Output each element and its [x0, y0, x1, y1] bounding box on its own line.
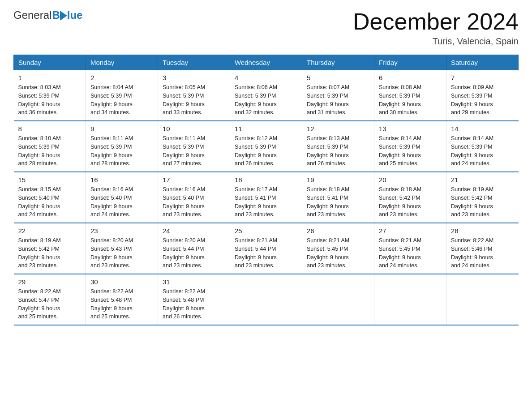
day-number: 10: [163, 125, 225, 133]
day-info: Sunrise: 8:22 AM Sunset: 5:48 PM Dayligh…: [90, 287, 153, 321]
day-number: 15: [18, 176, 82, 184]
day-number: 27: [379, 227, 442, 235]
table-row: 31 Sunrise: 8:22 AM Sunset: 5:48 PM Dayl…: [158, 274, 230, 325]
day-info: Sunrise: 8:19 AM Sunset: 5:42 PM Dayligh…: [451, 185, 514, 219]
logo-arrow-icon: [60, 11, 67, 21]
day-info: Sunrise: 8:06 AM Sunset: 5:39 PM Dayligh…: [235, 83, 297, 117]
table-row: 3 Sunrise: 8:05 AM Sunset: 5:39 PM Dayli…: [158, 70, 230, 121]
table-row: 7 Sunrise: 8:09 AM Sunset: 5:39 PM Dayli…: [446, 70, 519, 121]
table-row: 12 Sunrise: 8:13 AM Sunset: 5:39 PM Dayl…: [302, 121, 374, 172]
day-info: Sunrise: 8:11 AM Sunset: 5:39 PM Dayligh…: [163, 134, 225, 168]
table-row: 17 Sunrise: 8:16 AM Sunset: 5:40 PM Dayl…: [158, 172, 230, 223]
day-info: Sunrise: 8:18 AM Sunset: 5:42 PM Dayligh…: [379, 185, 442, 219]
day-info: Sunrise: 8:20 AM Sunset: 5:44 PM Dayligh…: [163, 236, 225, 270]
table-row: 22 Sunrise: 8:19 AM Sunset: 5:42 PM Dayl…: [14, 223, 86, 274]
col-thursday: Thursday: [302, 55, 374, 70]
day-number: 1: [18, 74, 82, 81]
day-number: 25: [235, 227, 297, 235]
day-number: 26: [307, 227, 369, 235]
table-row: 25 Sunrise: 8:21 AM Sunset: 5:44 PM Dayl…: [230, 223, 302, 274]
calendar-table: Sunday Monday Tuesday Wednesday Thursday…: [13, 55, 519, 325]
table-row: [302, 274, 374, 325]
day-info: Sunrise: 8:03 AM Sunset: 5:39 PM Dayligh…: [18, 83, 82, 117]
day-info: Sunrise: 8:21 AM Sunset: 5:45 PM Dayligh…: [307, 236, 369, 270]
table-row: 1 Sunrise: 8:03 AM Sunset: 5:39 PM Dayli…: [14, 70, 86, 121]
day-info: Sunrise: 8:11 AM Sunset: 5:39 PM Dayligh…: [90, 134, 153, 168]
table-row: [230, 274, 302, 325]
table-row: 9 Sunrise: 8:11 AM Sunset: 5:39 PM Dayli…: [86, 121, 158, 172]
col-tuesday: Tuesday: [158, 55, 230, 70]
table-row: 30 Sunrise: 8:22 AM Sunset: 5:48 PM Dayl…: [86, 274, 158, 325]
day-info: Sunrise: 8:12 AM Sunset: 5:39 PM Dayligh…: [235, 134, 297, 168]
day-info: Sunrise: 8:15 AM Sunset: 5:40 PM Dayligh…: [18, 185, 82, 219]
day-info: Sunrise: 8:04 AM Sunset: 5:39 PM Dayligh…: [90, 83, 153, 117]
calendar-week-row: 15 Sunrise: 8:15 AM Sunset: 5:40 PM Dayl…: [14, 172, 519, 223]
day-number: 18: [235, 176, 297, 184]
table-row: 28 Sunrise: 8:22 AM Sunset: 5:46 PM Dayl…: [446, 223, 519, 274]
day-info: Sunrise: 8:14 AM Sunset: 5:39 PM Dayligh…: [451, 134, 514, 168]
table-row: 29 Sunrise: 8:22 AM Sunset: 5:47 PM Dayl…: [14, 274, 86, 325]
day-info: Sunrise: 8:10 AM Sunset: 5:39 PM Dayligh…: [18, 134, 82, 168]
day-number: 31: [163, 278, 225, 286]
table-row: 13 Sunrise: 8:14 AM Sunset: 5:39 PM Dayl…: [374, 121, 446, 172]
col-monday: Monday: [86, 55, 158, 70]
title-block: December 2024 Turis, Valencia, Spain: [353, 9, 519, 47]
day-number: 8: [18, 125, 82, 133]
day-number: 19: [307, 176, 369, 184]
day-info: Sunrise: 8:14 AM Sunset: 5:39 PM Dayligh…: [379, 134, 442, 168]
day-number: 23: [90, 227, 153, 235]
table-row: 10 Sunrise: 8:11 AM Sunset: 5:39 PM Dayl…: [158, 121, 230, 172]
table-row: 19 Sunrise: 8:18 AM Sunset: 5:41 PM Dayl…: [302, 172, 374, 223]
table-row: 24 Sunrise: 8:20 AM Sunset: 5:44 PM Dayl…: [158, 223, 230, 274]
calendar-week-row: 22 Sunrise: 8:19 AM Sunset: 5:42 PM Dayl…: [14, 223, 519, 274]
calendar-header-row: Sunday Monday Tuesday Wednesday Thursday…: [14, 55, 519, 70]
table-row: 18 Sunrise: 8:17 AM Sunset: 5:41 PM Dayl…: [230, 172, 302, 223]
col-friday: Friday: [374, 55, 446, 70]
day-number: 5: [307, 74, 369, 81]
day-number: 29: [18, 278, 82, 286]
table-row: 21 Sunrise: 8:19 AM Sunset: 5:42 PM Dayl…: [446, 172, 519, 223]
day-number: 22: [18, 227, 82, 235]
day-info: Sunrise: 8:22 AM Sunset: 5:48 PM Dayligh…: [163, 287, 225, 321]
logo-blue-text: B: [52, 9, 60, 21]
table-row: [374, 274, 446, 325]
day-info: Sunrise: 8:16 AM Sunset: 5:40 PM Dayligh…: [163, 185, 225, 219]
table-row: 11 Sunrise: 8:12 AM Sunset: 5:39 PM Dayl…: [230, 121, 302, 172]
day-number: 12: [307, 125, 369, 133]
calendar-week-row: 29 Sunrise: 8:22 AM Sunset: 5:47 PM Dayl…: [14, 274, 519, 325]
table-row: 20 Sunrise: 8:18 AM Sunset: 5:42 PM Dayl…: [374, 172, 446, 223]
day-number: 3: [163, 74, 225, 81]
table-row: 27 Sunrise: 8:21 AM Sunset: 5:45 PM Dayl…: [374, 223, 446, 274]
table-row: 6 Sunrise: 8:08 AM Sunset: 5:39 PM Dayli…: [374, 70, 446, 121]
day-number: 4: [235, 74, 297, 81]
day-number: 13: [379, 125, 442, 133]
table-row: [446, 274, 519, 325]
day-number: 20: [379, 176, 442, 184]
logo-lue-text: lue: [67, 9, 83, 21]
page-subtitle: Turis, Valencia, Spain: [353, 36, 519, 47]
day-info: Sunrise: 8:19 AM Sunset: 5:42 PM Dayligh…: [18, 236, 82, 270]
day-number: 16: [90, 176, 153, 184]
day-number: 6: [379, 74, 442, 81]
day-number: 17: [163, 176, 225, 184]
day-info: Sunrise: 8:21 AM Sunset: 5:44 PM Dayligh…: [235, 236, 297, 270]
day-info: Sunrise: 8:18 AM Sunset: 5:41 PM Dayligh…: [307, 185, 369, 219]
day-number: 21: [451, 176, 514, 184]
day-info: Sunrise: 8:16 AM Sunset: 5:40 PM Dayligh…: [90, 185, 153, 219]
table-row: 4 Sunrise: 8:06 AM Sunset: 5:39 PM Dayli…: [230, 70, 302, 121]
day-number: 14: [451, 125, 514, 133]
day-info: Sunrise: 8:21 AM Sunset: 5:45 PM Dayligh…: [379, 236, 442, 270]
calendar-week-row: 1 Sunrise: 8:03 AM Sunset: 5:39 PM Dayli…: [14, 70, 519, 121]
table-row: 5 Sunrise: 8:07 AM Sunset: 5:39 PM Dayli…: [302, 70, 374, 121]
day-number: 28: [451, 227, 514, 235]
day-info: Sunrise: 8:17 AM Sunset: 5:41 PM Dayligh…: [235, 185, 297, 219]
day-info: Sunrise: 8:05 AM Sunset: 5:39 PM Dayligh…: [163, 83, 225, 117]
day-number: 30: [90, 278, 153, 286]
table-row: 14 Sunrise: 8:14 AM Sunset: 5:39 PM Dayl…: [446, 121, 519, 172]
day-info: Sunrise: 8:09 AM Sunset: 5:39 PM Dayligh…: [451, 83, 514, 117]
col-sunday: Sunday: [14, 55, 86, 70]
page-title: December 2024: [353, 9, 519, 34]
col-saturday: Saturday: [446, 55, 519, 70]
table-row: 8 Sunrise: 8:10 AM Sunset: 5:39 PM Dayli…: [14, 121, 86, 172]
page-header: General B lue December 2024 Turis, Valen…: [13, 9, 519, 47]
